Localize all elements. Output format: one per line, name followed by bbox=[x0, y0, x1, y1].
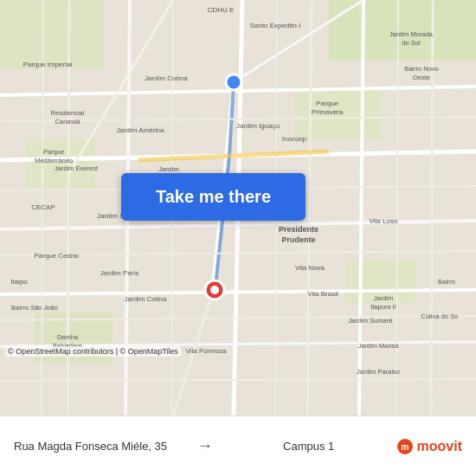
svg-text:Prudente: Prudente bbox=[281, 235, 315, 244]
svg-text:CECAP: CECAP bbox=[31, 203, 55, 211]
svg-text:Residencial: Residencial bbox=[51, 109, 85, 117]
svg-text:Jardim América: Jardim América bbox=[116, 126, 164, 134]
svg-text:Parque Imperial: Parque Imperial bbox=[23, 61, 73, 68]
bottom-bar: Rua Magda Fonseca Miéle, 35 → Campus 1 m… bbox=[0, 415, 476, 476]
svg-text:Presidente: Presidente bbox=[279, 225, 318, 234]
svg-text:do Sol: do Sol bbox=[402, 39, 421, 47]
svg-text:Jardim Iguaçu: Jardim Iguaçu bbox=[236, 122, 280, 130]
svg-text:Vila Brasil: Vila Brasil bbox=[307, 290, 338, 298]
svg-text:Jardim Paris: Jardim Paris bbox=[100, 269, 138, 277]
take-me-there-button[interactable]: Take me there bbox=[121, 173, 306, 221]
take-me-there-overlay: Take me there bbox=[121, 173, 306, 221]
svg-text:Mediterrâneo: Mediterrâneo bbox=[35, 157, 73, 164]
svg-text:Jardim Everest: Jardim Everest bbox=[55, 164, 99, 172]
svg-line-17 bbox=[431, 0, 433, 415]
svg-text:Parque: Parque bbox=[43, 148, 64, 156]
svg-text:Itaipú: Itaipú bbox=[10, 278, 28, 286]
svg-text:Parque Cedral: Parque Cedral bbox=[34, 252, 79, 260]
svg-rect-1 bbox=[0, 0, 104, 69]
svg-text:Parque: Parque bbox=[316, 100, 338, 107]
svg-text:Bairro: Bairro bbox=[438, 278, 455, 286]
svg-text:Vila Luso: Vila Luso bbox=[370, 217, 398, 225]
svg-text:Jardim: Jardim bbox=[158, 165, 179, 173]
svg-text:Vila Formosa: Vila Formosa bbox=[186, 347, 228, 355]
map-container: CDHU E Santo Expedito I Jardim Morada do… bbox=[0, 0, 476, 415]
svg-text:Jardim Cobral: Jardim Cobral bbox=[145, 74, 188, 82]
svg-text:Damha: Damha bbox=[57, 333, 79, 341]
svg-text:Vila Nova: Vila Nova bbox=[295, 264, 325, 272]
svg-text:Inocoop: Inocoop bbox=[282, 135, 307, 143]
route-arrow-icon: → bbox=[197, 437, 213, 455]
svg-text:Santo Expedito I: Santo Expedito I bbox=[250, 22, 301, 29]
svg-text:Carandá: Carandá bbox=[55, 118, 81, 125]
svg-text:Itapura II: Itapura II bbox=[370, 303, 396, 311]
svg-text:Primavera: Primavera bbox=[312, 108, 344, 116]
svg-text:CDHU E: CDHU E bbox=[208, 6, 235, 14]
svg-text:Bairro São João: Bairro São João bbox=[11, 304, 58, 312]
svg-point-75 bbox=[210, 286, 219, 294]
svg-text:Jardim: Jardim bbox=[374, 294, 394, 302]
svg-text:Jardim Sumaré: Jardim Sumaré bbox=[349, 317, 393, 325]
map-attribution: © OpenStreetMap contributors | © OpenMap… bbox=[5, 346, 181, 357]
moovit-brand-text: moovit bbox=[417, 439, 462, 454]
svg-text:Bairro Novo: Bairro Novo bbox=[404, 65, 439, 73]
moovit-logo-icon: m bbox=[396, 438, 414, 455]
svg-text:m: m bbox=[401, 442, 408, 452]
moovit-logo: m moovit bbox=[396, 438, 462, 455]
svg-text:Jardim Morada: Jardim Morada bbox=[389, 30, 434, 38]
svg-text:Jardim Paralso: Jardim Paralso bbox=[357, 368, 400, 376]
svg-text:Jardim Colina: Jardim Colina bbox=[125, 295, 167, 303]
svg-text:Colina do So: Colina do So bbox=[421, 312, 459, 320]
route-from-label: Rua Magda Fonseca Miéle, 35 bbox=[14, 440, 189, 453]
route-to-label: Campus 1 bbox=[222, 440, 396, 453]
svg-text:Oeste: Oeste bbox=[413, 74, 430, 81]
svg-point-73 bbox=[226, 74, 241, 90]
svg-text:Jardim Marisa: Jardim Marisa bbox=[357, 342, 399, 350]
